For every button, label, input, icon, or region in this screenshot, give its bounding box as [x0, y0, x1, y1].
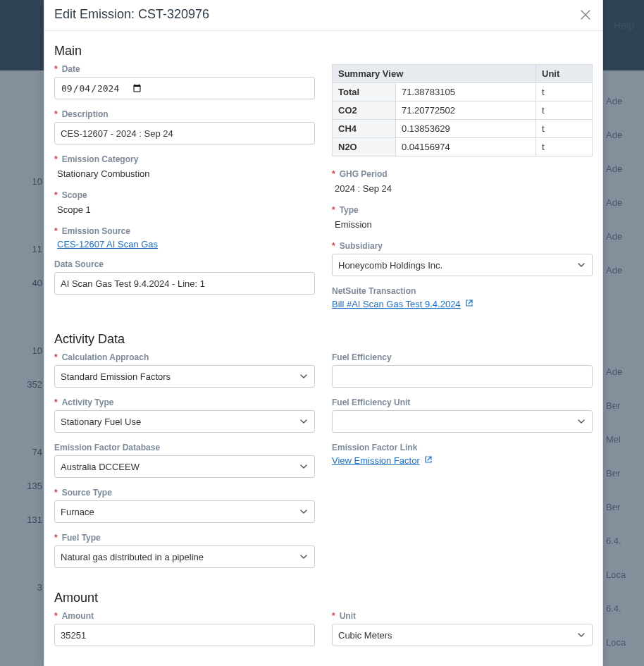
summary-row-value: 71.38783105 — [396, 83, 536, 101]
fuel-type-label: *Fuel Type — [54, 533, 315, 543]
main-right-column: Summary View Unit Total71.38783105tCO271… — [332, 64, 593, 319]
date-label: *Date — [54, 64, 315, 74]
summary-table: Summary View Unit Total71.38783105tCO271… — [332, 64, 593, 156]
summary-row-unit: t — [536, 101, 593, 120]
chevron-down-icon — [299, 371, 309, 381]
close-icon — [581, 10, 590, 20]
table-row: N2O0.04156974t — [333, 138, 593, 156]
data-source-label: Data Source — [54, 259, 315, 269]
table-row: Total71.38783105t — [333, 83, 593, 101]
amount-label: *Amount — [54, 611, 315, 621]
calc-approach-label: *Calculation Approach — [54, 352, 315, 362]
unit-label: *Unit — [332, 611, 593, 621]
summary-row-unit: t — [536, 120, 593, 138]
summary-row-label: Total — [333, 83, 396, 101]
external-link-icon[interactable] — [465, 299, 473, 309]
subsidiary-label: *Subsidiary — [332, 241, 593, 251]
ns-transaction-label: NetSuite Transaction — [332, 286, 593, 296]
summary-row-value: 71.20772502 — [396, 101, 536, 120]
summary-row-label: CO2 — [333, 101, 396, 120]
ef-link-label: Emission Factor Link — [332, 443, 593, 452]
activity-type-select[interactable]: Stationary Fuel Use — [54, 410, 315, 433]
summary-row-unit: t — [536, 83, 593, 101]
data-source-input[interactable] — [54, 272, 315, 295]
modal-header: Edit Emission: CST-320976 — [44, 0, 602, 31]
view-emission-factor-link[interactable]: View Emission Factor — [332, 455, 420, 466]
summary-row-label: N2O — [333, 138, 396, 156]
main-left-column: *Date *Description *Emission Category St… — [54, 64, 315, 319]
section-main-heading: Main — [54, 44, 593, 58]
source-type-label: *Source Type — [54, 488, 315, 498]
type-label: *Type — [332, 205, 593, 215]
modal-title: Edit Emission: CST-320976 — [54, 7, 209, 22]
description-input[interactable] — [54, 122, 315, 144]
emission-source-label: *Emission Source — [54, 226, 315, 236]
chevron-down-icon — [299, 417, 309, 426]
fuel-efficiency-input[interactable] — [332, 365, 593, 388]
chevron-down-icon — [576, 417, 586, 426]
source-type-select[interactable]: Furnace — [54, 500, 315, 523]
description-label: *Description — [54, 109, 315, 119]
summary-row-value: 0.13853629 — [396, 120, 536, 138]
efdb-select[interactable]: Australia DCCEEW — [54, 455, 315, 478]
external-link-icon[interactable] — [424, 455, 433, 466]
fuel-efficiency-label: Fuel Efficiency — [332, 352, 593, 362]
activity-left-column: *Calculation Approach Standard Emission … — [54, 352, 315, 578]
ghg-period-label: *GHG Period — [332, 169, 593, 179]
unit-select[interactable]: Cubic Meters — [332, 624, 593, 646]
activity-type-label: *Activity Type — [54, 397, 315, 407]
fuel-efficiency-unit-select[interactable] — [332, 410, 593, 433]
modal-body[interactable]: Main *Date *Description *Emission Catego… — [44, 31, 602, 666]
fuel-efficiency-unit-label: Fuel Efficiency Unit — [332, 397, 593, 407]
amount-input[interactable] — [54, 624, 315, 646]
efdb-label: Emission Factor Database — [54, 443, 315, 452]
ghg-period-value: 2024 : Sep 24 — [332, 182, 593, 195]
emission-source-link[interactable]: CES-12607 AI Scan Gas — [57, 239, 158, 249]
fuel-type-select[interactable]: Natural gas distributed in a pipeline — [54, 545, 315, 568]
summary-row-label: CH4 — [333, 120, 396, 138]
emission-category-value: Stationary Combustion — [54, 167, 315, 180]
activity-right-column: Fuel Efficiency Fuel Efficiency Unit Emi… — [332, 352, 593, 578]
section-amount-heading: Amount — [54, 591, 593, 605]
summary-header-view: Summary View — [333, 65, 536, 83]
summary-header-unit: Unit — [536, 65, 593, 83]
ns-transaction-link[interactable]: Bill #AI Scan Gas Test 9.4.2024 — [332, 299, 461, 309]
scope-value: Scope 1 — [54, 203, 315, 216]
section-activity-heading: Activity Data — [54, 332, 593, 347]
scope-label: *Scope — [54, 190, 315, 200]
chevron-down-icon — [299, 462, 309, 471]
emission-category-label: *Emission Category — [54, 154, 315, 164]
edit-emission-modal: Edit Emission: CST-320976 Main *Date *De… — [44, 0, 603, 666]
chevron-down-icon — [576, 260, 586, 270]
chevron-down-icon — [299, 552, 309, 562]
subsidiary-select[interactable]: Honeycomb Holdings Inc. — [332, 254, 593, 276]
calc-approach-select[interactable]: Standard Emission Factors — [54, 365, 315, 388]
table-row: CO271.20772502t — [333, 101, 593, 120]
chevron-down-icon — [299, 507, 309, 517]
summary-row-unit: t — [536, 138, 593, 156]
type-value: Emission — [332, 218, 593, 231]
close-button[interactable] — [578, 8, 593, 22]
summary-row-value: 0.04156974 — [396, 138, 536, 156]
chevron-down-icon — [576, 630, 586, 640]
table-row: CH40.13853629t — [333, 120, 593, 138]
date-input[interactable] — [54, 77, 315, 99]
